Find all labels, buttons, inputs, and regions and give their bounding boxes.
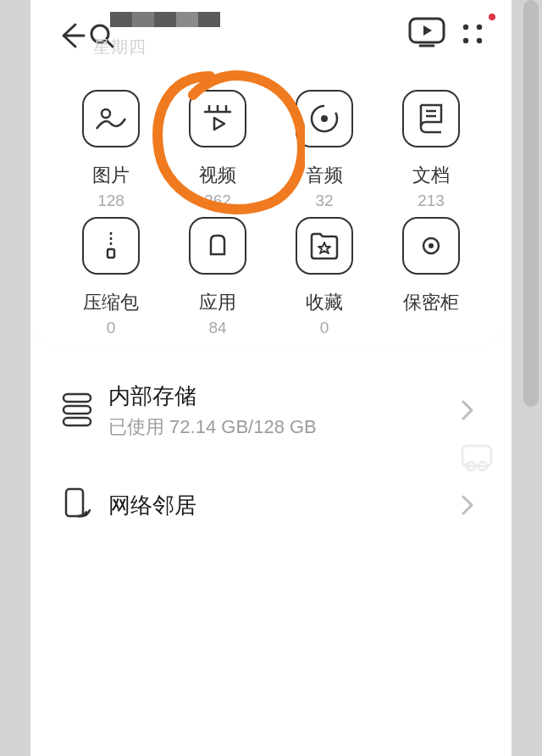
cast-icon[interactable] [406,15,447,56]
network-title: 网络邻居 [108,491,455,520]
svg-point-13 [429,243,434,248]
category-label: 图片 [92,163,130,188]
more-menu-icon[interactable] [457,19,491,53]
svg-point-3 [463,25,468,30]
category-count: 0 [320,319,329,337]
category-label: 应用 [199,290,236,315]
blank-area [34,548,504,756]
document-icon [402,90,460,147]
category-docs[interactable]: 文档 213 [378,88,484,215]
category-count: 128 [97,192,124,210]
chevron-right-icon [455,398,480,422]
video-icon [189,90,246,147]
category-grid: 图片 128 视频 362 音频 32 文档 213 [58,88,485,342]
category-label: 视频 [199,163,236,188]
svg-marker-2 [423,25,432,36]
chevron-right-icon [455,493,480,517]
faint-day-text: 星期四 [93,36,147,58]
svg-rect-11 [108,249,114,258]
category-count: 362 [204,192,231,210]
svg-point-7 [102,109,110,118]
notification-dot [489,14,495,20]
image-icon [82,90,140,147]
archive-icon [82,217,140,275]
svg-point-5 [463,38,468,43]
category-label: 压缩包 [83,290,139,315]
category-fav[interactable]: 收藏 0 [271,215,378,342]
internal-storage-row[interactable]: 内部存储 已使用 72.14 GB/128 GB [61,376,480,444]
svg-point-4 [477,25,482,30]
category-label: 保密柜 [403,290,459,315]
category-count: 32 [315,192,333,210]
star-folder-icon [296,217,353,275]
category-apps[interactable]: 应用 84 [164,215,271,342]
network-icon [61,486,103,524]
storage-subtitle: 已使用 72.14 GB/128 GB [108,414,455,440]
safe-icon [402,217,460,275]
category-audio[interactable]: 音频 32 [271,88,378,215]
scrollbar[interactable] [523,0,539,407]
svg-rect-16 [64,418,91,425]
category-count: 0 [107,319,116,337]
apps-icon [189,217,246,275]
svg-rect-17 [66,489,83,516]
svg-point-6 [477,38,482,43]
audio-icon [296,90,353,147]
category-label: 收藏 [306,290,343,315]
category-count: 213 [418,192,445,210]
category-archives[interactable]: 压缩包 0 [58,215,164,342]
category-safe[interactable]: 保密柜 [378,215,484,342]
floating-widget-icon[interactable] [459,441,495,476]
category-videos[interactable]: 视频 362 [164,88,271,215]
svg-point-10 [321,115,328,122]
storage-title: 内部存储 [108,381,455,411]
category-images[interactable]: 图片 128 [58,88,164,215]
category-label: 文档 [412,163,450,188]
svg-rect-15 [64,406,91,414]
svg-marker-8 [214,118,224,130]
storage-icon [61,392,103,429]
svg-rect-14 [64,394,91,402]
category-count: 84 [208,319,226,337]
category-label: 音频 [306,163,343,188]
network-neighborhood-row[interactable]: 网络邻居 [61,471,480,539]
